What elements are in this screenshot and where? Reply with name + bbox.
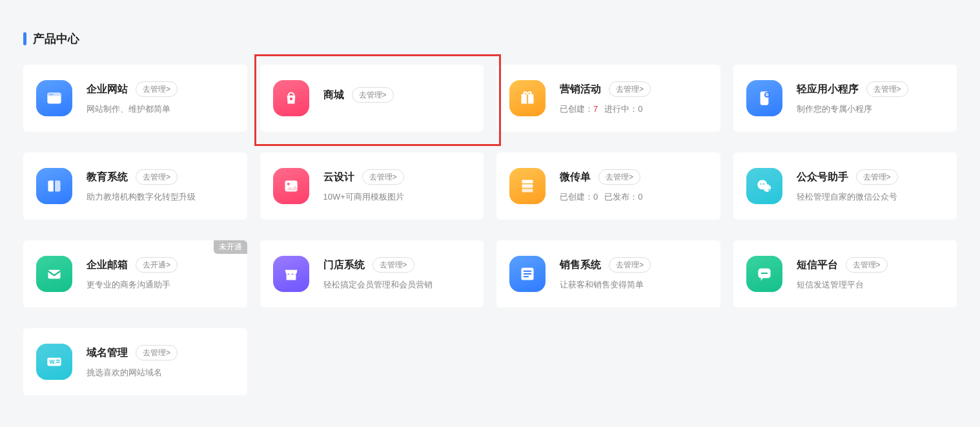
product-card-mail[interactable]: 未开通企业邮箱去开通>更专业的商务沟通助手 [23, 240, 247, 307]
product-card-flyer[interactable]: 微传单去管理>已创建：0已发布：0 [496, 152, 720, 220]
svg-rect-17 [522, 189, 533, 192]
svg-rect-12 [54, 181, 55, 192]
browser-icon [36, 80, 72, 116]
card-head: 轻应用小程序去管理> [797, 81, 944, 97]
card-head: 营销活动去管理> [560, 81, 708, 97]
svg-point-21 [762, 183, 764, 185]
card-badge: 未开通 [214, 240, 247, 254]
card-desc: 轻松搞定会员管理和会员营销 [323, 279, 471, 291]
manage-button[interactable]: 去管理> [609, 81, 651, 97]
svg-rect-11 [54, 181, 61, 192]
svg-rect-26 [524, 271, 532, 272]
stat-label: 已创建： [560, 104, 593, 114]
svg-point-2 [50, 94, 51, 95]
card-desc: 助力教培机构数字化转型升级 [87, 191, 234, 203]
card-body: 域名管理去管理>挑选喜欢的网站域名 [87, 345, 234, 379]
svg-rect-23 [48, 270, 60, 279]
product-card-miniapp[interactable]: 轻应用小程序去管理>制作您的专属小程序 [733, 65, 957, 132]
card-title: 教育系统 [87, 171, 128, 184]
manage-button[interactable]: 去管理> [362, 169, 404, 185]
card-head: 商城去管理> [323, 87, 471, 103]
product-card-marketing[interactable]: 营销活动去管理>已创建：7进行中：0 [496, 65, 720, 132]
image-icon [273, 168, 309, 204]
manage-button[interactable]: 去管理> [856, 169, 898, 185]
product-card-website[interactable]: 企业网站去管理>网站制作、维护都简单 [23, 65, 247, 132]
svg-rect-15 [522, 180, 533, 183]
card-body: 公众号助手去管理>轻松管理自家的微信公众号 [797, 169, 944, 203]
manage-button[interactable]: 去开通> [136, 257, 178, 273]
stat-value: 0 [638, 104, 642, 114]
card-body: 短信平台去管理>短信发送管理平台 [797, 257, 944, 291]
card-title: 门店系统 [323, 258, 365, 272]
product-card-sales[interactable]: 销售系统去管理>让获客和销售变得简单 [496, 240, 720, 307]
card-title: 商城 [323, 89, 344, 102]
stat-value: 0 [593, 192, 598, 202]
manage-button[interactable]: 去管理> [866, 81, 908, 97]
card-desc: 短信发送管理平台 [797, 279, 944, 291]
phone-link-icon [746, 80, 782, 116]
section-title: 产品中心 [23, 31, 957, 47]
manage-button[interactable]: 去管理> [846, 257, 888, 273]
card-desc: 已创建：0已发布：0 [560, 191, 708, 203]
svg-rect-10 [48, 181, 54, 192]
card-head: 微传单去管理> [560, 169, 708, 185]
manage-button[interactable]: 去管理> [136, 81, 178, 97]
svg-rect-24 [286, 275, 296, 280]
svg-rect-27 [524, 273, 532, 275]
card-desc: 轻松管理自家的微信公众号 [797, 191, 944, 203]
product-card-edu[interactable]: 教育系统去管理>助力教培机构数字化转型升级 [23, 152, 247, 220]
annotation-arrow [0, 408, 980, 427]
manage-button[interactable]: 去管理> [352, 87, 394, 103]
card-title: 云设计 [323, 171, 354, 184]
card-desc: 挑选喜欢的网站域名 [87, 367, 234, 379]
product-card-store[interactable]: 门店系统去管理>轻松搞定会员管理和会员营销 [260, 240, 484, 307]
product-card-wechat[interactable]: 公众号助手去管理>轻松管理自家的微信公众号 [733, 152, 957, 220]
card-title: 短信平台 [797, 258, 838, 272]
card-desc: 更专业的商务沟通助手 [87, 279, 234, 291]
chat-icon [746, 256, 782, 292]
card-title: 域名管理 [87, 346, 128, 360]
card-head: 销售系统去管理> [560, 257, 708, 273]
svg-rect-28 [524, 276, 529, 277]
manage-button[interactable]: 去管理> [609, 257, 651, 273]
product-card-design[interactable]: 云设计去管理>10W+可商用模板图片 [260, 152, 484, 220]
stat-label: 已发布： [604, 192, 638, 202]
product-card-sms[interactable]: 短信平台去管理>短信发送管理平台 [733, 240, 957, 307]
svg-point-9 [764, 92, 770, 98]
card-head: 短信平台去管理> [797, 257, 944, 273]
card-head: 企业网站去管理> [87, 81, 234, 97]
domain-icon: W. [36, 344, 72, 380]
manage-button[interactable]: 去管理> [136, 345, 178, 360]
card-body: 门店系统去管理>轻松搞定会员管理和会员营销 [323, 257, 471, 291]
card-head: 企业邮箱去开通> [87, 257, 234, 273]
card-head: 教育系统去管理> [87, 169, 234, 185]
wechat-icon [746, 168, 782, 204]
queue-icon [509, 168, 546, 204]
card-head: 公众号助手去管理> [797, 169, 944, 185]
card-body: 商城去管理> [323, 87, 471, 109]
svg-rect-7 [527, 94, 528, 104]
card-title: 企业网站 [87, 83, 128, 96]
card-body: 教育系统去管理>助力教培机构数字化转型升级 [87, 169, 234, 203]
stat-value: 0 [638, 192, 642, 202]
manage-button[interactable]: 去管理> [598, 169, 640, 185]
product-card-mall[interactable]: 商城去管理> [260, 65, 484, 132]
svg-rect-16 [522, 184, 533, 187]
card-desc: 制作您的专属小程序 [797, 103, 944, 115]
card-desc: 网站制作、维护都简单 [87, 103, 234, 115]
list-icon [509, 256, 546, 292]
manage-button[interactable]: 去管理> [136, 169, 178, 185]
stat-value: 7 [593, 104, 598, 114]
product-card-domain[interactable]: W.域名管理去管理>挑选喜欢的网站域名 [23, 328, 247, 395]
card-head: 门店系统去管理> [323, 257, 471, 273]
svg-rect-33 [56, 360, 59, 361]
card-body: 企业网站去管理>网站制作、维护都简单 [87, 81, 234, 115]
manage-button[interactable]: 去管理> [373, 257, 414, 273]
card-head: 域名管理去管理> [87, 345, 234, 360]
svg-point-20 [760, 183, 761, 185]
section-bar-icon [23, 32, 26, 45]
card-body: 轻应用小程序去管理>制作您的专属小程序 [797, 81, 944, 115]
stat-label: 进行中： [604, 104, 638, 114]
card-body: 微传单去管理>已创建：0已发布：0 [560, 169, 708, 203]
card-title: 企业邮箱 [87, 258, 128, 272]
